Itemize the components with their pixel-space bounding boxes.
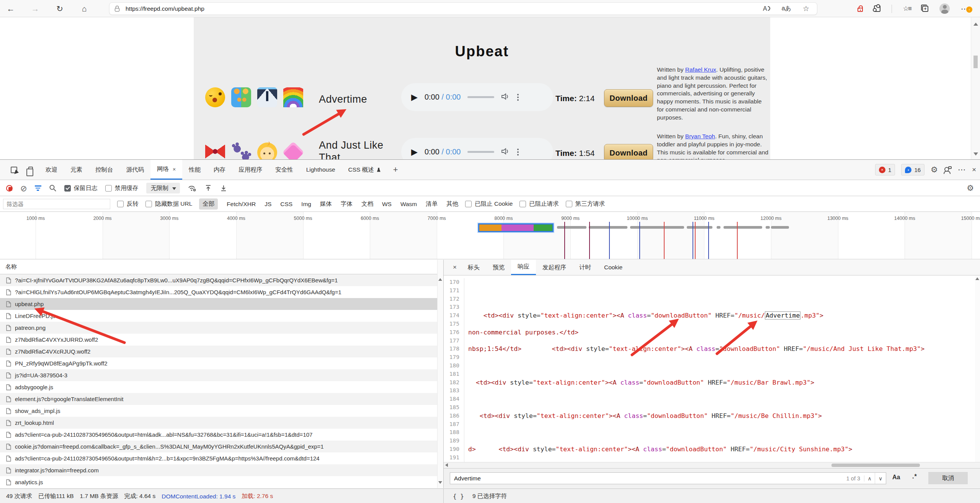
- filter-type-其他[interactable]: 其他: [446, 200, 458, 208]
- request-row[interactable]: LineDFreePD.js: [0, 310, 437, 322]
- scroll-up-icon[interactable]: [973, 23, 978, 26]
- devtools-close-icon[interactable]: ×: [972, 165, 976, 174]
- request-row[interactable]: show_ads_impl.js: [0, 405, 437, 417]
- volume-icon[interactable]: [501, 147, 510, 157]
- filter-type-全部[interactable]: 全部: [199, 198, 218, 210]
- record-network-log-icon[interactable]: [6, 185, 13, 192]
- scroll-up-icon[interactable]: [975, 277, 979, 280]
- name-column-header[interactable]: 名称: [0, 260, 437, 274]
- device-toolbar-icon[interactable]: [22, 160, 39, 180]
- filter-input[interactable]: [3, 199, 110, 209]
- scroll-down-icon[interactable]: [973, 152, 978, 156]
- checkbox-checked-icon[interactable]: [64, 185, 71, 192]
- address-bar[interactable]: A aあ ☆: [109, 2, 817, 15]
- disable-cache-toggle[interactable]: 禁用缓存: [105, 184, 139, 192]
- collections-icon[interactable]: ☆≡: [903, 5, 911, 13]
- request-row[interactable]: z7NbdRfiaC4VXcRJUQ.woff2: [0, 346, 437, 357]
- seek-bar[interactable]: [467, 151, 494, 153]
- close-detail-icon[interactable]: ×: [448, 260, 461, 275]
- blocked-requests-toggle[interactable]: 已阻止请求: [519, 200, 559, 208]
- filter-type-Img[interactable]: Img: [301, 201, 311, 208]
- close-tab-icon[interactable]: ×: [173, 166, 176, 172]
- devtools-tab-性能[interactable]: 性能: [182, 160, 207, 180]
- filter-type-清单[interactable]: 清单: [426, 200, 438, 208]
- back-icon[interactable]: ←: [3, 0, 18, 17]
- request-row[interactable]: ads?client=ca-pub-2411028730549650&outpu…: [0, 452, 437, 464]
- throttling-select[interactable]: 无限制: [146, 183, 180, 193]
- checkbox-icon[interactable]: [105, 185, 112, 192]
- find-previous-icon[interactable]: ∧: [864, 473, 875, 484]
- add-tab-group-icon[interactable]: +: [922, 6, 928, 12]
- devtools-tab-控制台[interactable]: 控制台: [89, 160, 120, 180]
- search-icon[interactable]: [49, 184, 57, 192]
- request-row[interactable]: integrator.js?domain=freepd.com: [0, 464, 437, 476]
- author-link[interactable]: Rafael Krux: [685, 66, 716, 73]
- hide-data-urls-toggle[interactable]: 隐藏数据 URL: [145, 200, 192, 208]
- browser-menu-icon[interactable]: ⋯ ↑: [961, 4, 969, 13]
- favorite-star-icon[interactable]: ☆: [803, 4, 809, 13]
- scroll-down-icon[interactable]: [438, 481, 442, 484]
- devtools-tab-元素[interactable]: 元素: [64, 160, 89, 180]
- play-icon[interactable]: ▶: [411, 92, 418, 102]
- network-conditions-icon[interactable]: [188, 184, 197, 192]
- request-row[interactable]: zrt_lookup.html: [0, 417, 437, 429]
- filter-type-Fetch/XHR[interactable]: Fetch/XHR: [227, 201, 256, 208]
- request-row[interactable]: ?ai=CHlGLfnilYs7uAd6ntOUP6MGBqAeptuC3atm…: [0, 286, 437, 298]
- track2-audio-player[interactable]: ▶ 0:00 / 0:00: [401, 138, 553, 159]
- seek-bar[interactable]: [467, 96, 494, 98]
- request-row[interactable]: ads?client=ca-pub-2411028730549650&outpu…: [0, 429, 437, 441]
- devtools-tab-安全性[interactable]: 安全性: [269, 160, 300, 180]
- cancel-search-button[interactable]: 取消: [928, 472, 968, 484]
- response-tab-Cookie[interactable]: Cookie: [598, 260, 629, 275]
- page-scrollbar[interactable]: [971, 17, 980, 159]
- code-horizontal-scrollbar[interactable]: [444, 462, 980, 468]
- more-tabs-icon[interactable]: +: [387, 160, 404, 180]
- filter-type-CSS[interactable]: CSS: [280, 201, 292, 208]
- devtools-tab-源代码[interactable]: 源代码: [120, 160, 151, 180]
- player-menu-icon[interactable]: [517, 149, 519, 156]
- filter-type-WS[interactable]: WS: [382, 201, 392, 208]
- translate-icon[interactable]: aあ: [782, 5, 791, 13]
- filter-type-Wasm[interactable]: Wasm: [400, 201, 417, 208]
- response-tab-标头[interactable]: 标头: [461, 260, 486, 275]
- request-row[interactable]: patreon.png: [0, 322, 437, 334]
- response-tab-发起程序[interactable]: 发起程序: [536, 260, 573, 275]
- devtools-tab-内存[interactable]: 内存: [207, 160, 232, 180]
- filter-type-字体[interactable]: 字体: [341, 200, 353, 208]
- console-message-badge[interactable]: ▪16: [901, 164, 924, 175]
- feedback-icon[interactable]: [944, 166, 952, 173]
- network-overview-timeline[interactable]: 1000 ms2000 ms3000 ms4000 ms5000 ms6000 …: [0, 212, 980, 259]
- track2-download-button[interactable]: Download: [604, 144, 653, 159]
- response-tab-响应[interactable]: 响应: [511, 260, 536, 275]
- profile-avatar[interactable]: [939, 3, 950, 14]
- scroll-left-icon[interactable]: [445, 463, 448, 467]
- find-input[interactable]: [450, 475, 843, 482]
- track1-audio-player[interactable]: ▶ 0:00 / 0:00: [401, 83, 553, 111]
- response-tab-预览[interactable]: 预览: [486, 260, 511, 275]
- code-vertical-scrollbar[interactable]: [975, 276, 980, 462]
- request-row[interactable]: upbeat.php: [0, 298, 437, 310]
- read-aloud-icon[interactable]: A: [763, 5, 770, 12]
- response-body-code[interactable]: 170171172173174 <td><div style="text-ali…: [444, 276, 980, 462]
- scrollbar-thumb[interactable]: [973, 56, 978, 68]
- filter-type-媒体[interactable]: 媒体: [320, 200, 332, 208]
- extensions-icon[interactable]: [874, 5, 880, 12]
- url-input[interactable]: [125, 5, 763, 13]
- devtools-tab-应用程序[interactable]: 应用程序: [232, 160, 269, 180]
- network-settings-icon[interactable]: ⚙: [967, 184, 974, 193]
- request-row[interactable]: adsbygoogle.js: [0, 381, 437, 393]
- volume-icon[interactable]: [501, 92, 510, 102]
- devtools-settings-icon[interactable]: ⚙: [931, 165, 938, 174]
- find-next-icon[interactable]: ∨: [875, 473, 886, 484]
- request-row[interactable]: ?ai=CI-xjfnilYvGoArTVtOUP38KG2AfA8Zu6aqf…: [0, 274, 437, 286]
- inspect-element-icon[interactable]: [5, 160, 22, 180]
- match-case-icon[interactable]: Aa: [892, 474, 900, 481]
- filter-type-JS[interactable]: JS: [265, 201, 271, 208]
- response-tab-计时[interactable]: 计时: [573, 260, 598, 275]
- import-har-icon[interactable]: [204, 184, 212, 192]
- request-row[interactable]: analytics.js: [0, 476, 437, 488]
- export-har-icon[interactable]: [220, 184, 227, 192]
- author-link[interactable]: Bryan Teoh: [685, 133, 715, 139]
- player-menu-icon[interactable]: [517, 94, 519, 101]
- invert-filter-toggle[interactable]: 反转: [117, 200, 139, 208]
